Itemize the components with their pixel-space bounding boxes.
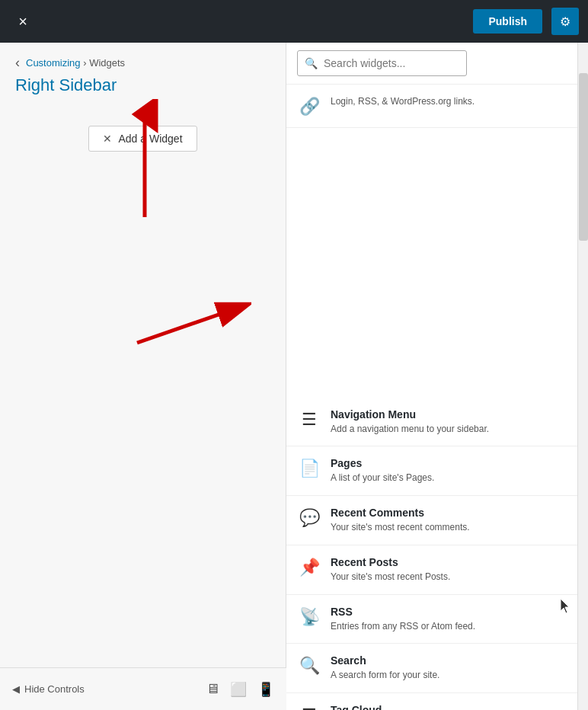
search-icon: 🔍 — [305, 57, 318, 69]
widget-icon: 🔍 — [299, 656, 320, 676]
widget-name: Pages — [331, 457, 434, 469]
widget-desc: Add a navigation menu to your sidebar. — [331, 423, 489, 436]
widget-icon: 📄 — [299, 459, 320, 478]
widget-info: Tag Cloud A cloud of your most used tags… — [331, 704, 458, 710]
x-icon: ✕ — [103, 133, 112, 145]
list-item[interactable]: 💬 Recent Comments Your site's most recen… — [286, 496, 588, 545]
hide-controls-label: Hide Controls — [24, 683, 85, 695]
add-widget-area: ✕ Add a Widget — [0, 110, 286, 167]
widget-name: Recent Comments — [331, 507, 470, 519]
list-item[interactable]: 📄 Pages A list of your site's Pages. — [286, 446, 588, 496]
widget-icon: ☰ — [299, 705, 320, 710]
widget-info: Recent Posts Your site's most recent Pos… — [331, 556, 450, 584]
widget-icon: 📌 — [299, 558, 320, 577]
widget-icon: 📡 — [299, 607, 320, 627]
widget-list: 🔗 Login, RSS, & WordPress.org links. — [286, 85, 588, 398]
gear-button[interactable]: ⚙ — [551, 8, 579, 35]
hide-controls-button[interactable]: ◀ Hide Controls — [12, 683, 85, 695]
add-widget-label: Add a Widget — [118, 133, 182, 145]
widget-icon: 💬 — [299, 508, 320, 528]
widget-partial-desc: Login, RSS, & WordPress.org links. — [331, 95, 475, 108]
close-button[interactable]: × — [9, 8, 37, 35]
widget-name: Recent Posts — [331, 556, 450, 568]
tablet-icon[interactable]: ⬜ — [230, 681, 247, 698]
close-icon: × — [18, 13, 27, 30]
widget-info: Pages A list of your site's Pages. — [331, 457, 434, 485]
device-icons: 🖥 ⬜ 📱 — [206, 681, 274, 698]
widget-info: Search A search form for your site. — [331, 654, 439, 682]
widget-icon: ☰ — [299, 410, 320, 430]
back-nav: ‹ Customizing › Widgets — [0, 43, 286, 71]
widget-desc: Your site's most recent comments. — [331, 521, 470, 534]
list-item[interactable]: 📡 RSS Entries from any RSS or Atom feed. — [286, 595, 588, 644]
list-item[interactable]: 🔗 Login, RSS, & WordPress.org links. — [286, 85, 588, 128]
search-bar: 🔍 — [286, 43, 588, 85]
widget-info: Recent Comments Your site's most recent … — [331, 507, 470, 534]
scrollbar-thumb[interactable] — [579, 73, 588, 241]
add-widget-button[interactable]: ✕ Add a Widget — [88, 126, 197, 152]
widget-desc: Your site's most recent Posts. — [331, 571, 450, 584]
widget-desc: A list of your site's Pages. — [331, 472, 434, 485]
desktop-icon[interactable]: 🖥 — [206, 681, 219, 698]
widget-desc: A search form for your site. — [331, 669, 439, 682]
publish-button[interactable]: Publish — [473, 9, 542, 34]
list-item[interactable]: ☰ Tag Cloud A cloud of your most used ta… — [286, 693, 588, 710]
bottom-bar: ◀ Hide Controls 🖥 ⬜ 📱 — [0, 667, 286, 710]
gear-icon: ⚙ — [560, 14, 570, 29]
list-item[interactable]: 📌 Recent Posts Your site's most recent P… — [286, 545, 588, 595]
list-item[interactable]: ☰ Navigation Menu Add a navigation menu … — [286, 398, 588, 447]
widget-name: Search — [331, 654, 439, 667]
section-title: Right Sidebar — [0, 71, 286, 110]
breadcrumb: Customizing › Widgets — [26, 57, 125, 69]
widget-name: Navigation Menu — [331, 408, 489, 421]
breadcrumb-parent[interactable]: Customizing — [26, 57, 81, 69]
widget-name: RSS — [331, 606, 475, 618]
breadcrumb-current: Widgets — [89, 57, 125, 69]
search-wrapper: 🔍 — [297, 50, 577, 76]
back-arrow-button[interactable]: ‹ — [15, 55, 20, 71]
breadcrumb-separator: › — [83, 57, 86, 69]
widget-info: Login, RSS, & WordPress.org links. — [331, 95, 475, 108]
widget-info: RSS Entries from any RSS or Atom feed. — [331, 606, 475, 633]
widget-icon: 🔗 — [299, 97, 320, 117]
widget-desc: Entries from any RSS or Atom feed. — [331, 620, 475, 633]
mobile-icon[interactable]: 📱 — [257, 681, 274, 698]
widget-info: Navigation Menu Add a navigation menu to… — [331, 408, 489, 436]
left-panel: ‹ Customizing › Widgets Right Sidebar ✕ … — [0, 43, 286, 667]
widget-list-main: ☰ Navigation Menu Add a navigation menu … — [286, 398, 588, 711]
header: × Publish ⚙ — [0, 0, 588, 43]
search-input[interactable] — [297, 50, 467, 76]
widget-name: Tag Cloud — [331, 704, 458, 710]
hide-controls-arrow-icon: ◀ — [12, 683, 20, 695]
scrollbar-track — [577, 43, 588, 710]
list-item[interactable]: 🔍 Search A search form for your site. — [286, 644, 588, 693]
right-panel: 🔍 🔗 Login, RSS, & WordPress.org links. ☰… — [286, 43, 588, 710]
